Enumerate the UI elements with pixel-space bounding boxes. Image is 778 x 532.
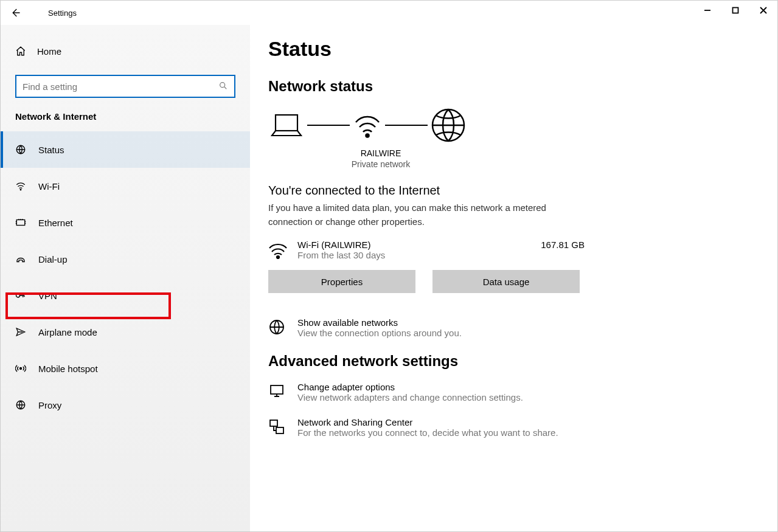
minimize-button[interactable]	[693, 1, 721, 20]
wifi-icon	[268, 242, 288, 261]
data-usage-button[interactable]: Data usage	[432, 270, 580, 293]
sidebar-item-proxy[interactable]: Proxy	[1, 387, 250, 423]
sidebar-category: Network & Internet	[1, 111, 250, 131]
link-desc: View the connection options around you.	[297, 328, 462, 338]
sidebar-item-label: Airplane mode	[38, 327, 97, 337]
link-desc: For the networks you connect to, decide …	[297, 427, 558, 438]
back-button[interactable]	[1, 1, 30, 25]
sidebar-home[interactable]: Home	[1, 37, 250, 65]
svg-point-1	[220, 82, 225, 87]
close-button[interactable]	[749, 1, 777, 20]
wifi-info-row: Wi-Fi (RAILWIRE) From the last 30 days 1…	[268, 240, 585, 261]
sidebar-item-label: VPN	[38, 291, 57, 301]
connected-title: You're connected to the Internet	[268, 184, 777, 198]
section-advanced: Advanced network settings	[268, 353, 777, 370]
wifi-icon	[15, 181, 26, 192]
proxy-icon	[15, 399, 26, 410]
sidebar-item-label: Proxy	[38, 400, 61, 410]
svg-rect-4	[16, 220, 25, 226]
svg-point-5	[16, 294, 20, 297]
window-title: Settings	[30, 9, 77, 18]
content-area: Status Network status RAILWIRE Private n…	[250, 25, 777, 531]
svg-point-9	[366, 134, 369, 137]
diagram-labels: RAILWIRE Private network	[268, 148, 493, 169]
sidebar-home-label: Home	[37, 46, 61, 57]
svg-rect-0	[733, 8, 738, 13]
sidebar-item-label: Wi-Fi	[38, 181, 60, 192]
sidebar: Home Network & Internet Status Wi-Fi Eth…	[1, 25, 250, 531]
vpn-icon	[15, 290, 26, 301]
network-type: Private network	[268, 159, 493, 169]
ethernet-icon	[15, 217, 26, 228]
link-title: Change adapter options	[297, 382, 523, 392]
hotspot-icon	[15, 363, 26, 374]
titlebar: Settings	[1, 1, 777, 25]
wifi-sub: From the last 30 days	[297, 250, 541, 260]
link-title: Show available networks	[297, 317, 462, 328]
window-controls	[693, 1, 777, 20]
search-box[interactable]	[15, 75, 235, 98]
globe-icon	[268, 319, 288, 338]
network-sharing-link[interactable]: Network and Sharing Center For the netwo…	[268, 417, 777, 438]
svg-point-3	[20, 189, 21, 190]
change-adapter-link[interactable]: Change adapter options View network adap…	[268, 382, 777, 402]
sidebar-item-wifi[interactable]: Wi-Fi	[1, 168, 250, 204]
properties-button[interactable]: Properties	[268, 270, 415, 293]
network-diagram	[268, 107, 777, 143]
svg-rect-14	[270, 420, 277, 426]
svg-rect-8	[276, 115, 297, 131]
maximize-button[interactable]	[721, 1, 749, 20]
page-title: Status	[268, 37, 777, 61]
dialup-icon	[15, 254, 26, 264]
show-available-networks-link[interactable]: Show available networks View the connect…	[268, 317, 777, 338]
connected-desc: If you have a limited data plan, you can…	[268, 201, 585, 229]
globe-diagram-icon	[430, 107, 467, 143]
airplane-icon	[15, 326, 26, 337]
search-icon	[218, 81, 228, 92]
laptop-icon	[268, 110, 305, 140]
sidebar-item-status[interactable]: Status	[1, 131, 250, 168]
svg-point-6	[20, 368, 22, 370]
globe-icon	[15, 144, 26, 155]
home-icon	[15, 46, 26, 57]
sidebar-item-hotspot[interactable]: Mobile hotspot	[1, 350, 250, 387]
sidebar-item-label: Mobile hotspot	[38, 364, 98, 374]
sidebar-item-airplane[interactable]: Airplane mode	[1, 314, 250, 350]
wifi-diagram-icon	[352, 110, 383, 140]
sidebar-item-label: Ethernet	[38, 218, 73, 228]
adapter-icon	[268, 383, 288, 402]
search-input[interactable]	[23, 81, 218, 92]
sidebar-item-dialup[interactable]: Dial-up	[1, 241, 250, 277]
sidebar-item-ethernet[interactable]: Ethernet	[1, 204, 250, 241]
wifi-name: Wi-Fi (RAILWIRE)	[297, 240, 541, 250]
link-desc: View network adapters and change connect…	[297, 392, 523, 402]
svg-rect-15	[276, 427, 283, 434]
svg-rect-13	[271, 385, 283, 394]
svg-point-11	[277, 256, 279, 258]
sidebar-item-label: Dial-up	[38, 254, 68, 264]
sidebar-item-vpn[interactable]: VPN	[1, 277, 250, 314]
link-title: Network and Sharing Center	[297, 417, 558, 427]
section-network-status: Network status	[268, 78, 777, 95]
sidebar-item-label: Status	[38, 145, 64, 155]
wifi-usage: 167.81 GB	[541, 240, 585, 250]
network-name: RAILWIRE	[268, 148, 493, 158]
sharing-icon	[268, 418, 288, 438]
